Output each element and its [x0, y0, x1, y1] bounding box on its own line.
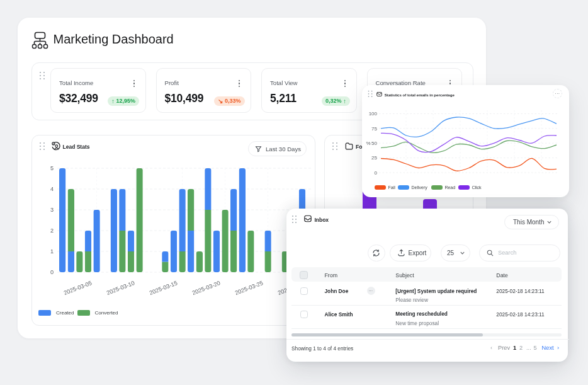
- svg-text:2025-03-20: 2025-03-20: [191, 280, 221, 296]
- svg-text:3: 3: [50, 207, 54, 213]
- svg-text:%: %: [366, 141, 370, 146]
- svg-text:1: 1: [50, 248, 54, 255]
- svg-text:50: 50: [371, 141, 377, 146]
- svg-text:2025-03-15: 2025-03-15: [149, 280, 178, 296]
- svg-text:2025-03-05: 2025-03-05: [63, 280, 93, 296]
- svg-text:2025-03-10: 2025-03-10: [106, 280, 135, 296]
- svg-text:2: 2: [50, 227, 54, 234]
- svg-text:0: 0: [375, 170, 378, 176]
- svg-text:75: 75: [371, 126, 377, 132]
- svg-text:2025-03-25: 2025-03-25: [234, 280, 264, 296]
- svg-text:4: 4: [50, 186, 54, 192]
- svg-text:5: 5: [50, 165, 54, 171]
- svg-text:100: 100: [369, 111, 378, 117]
- svg-text:0: 0: [50, 269, 54, 275]
- svg-text:25: 25: [371, 155, 377, 161]
